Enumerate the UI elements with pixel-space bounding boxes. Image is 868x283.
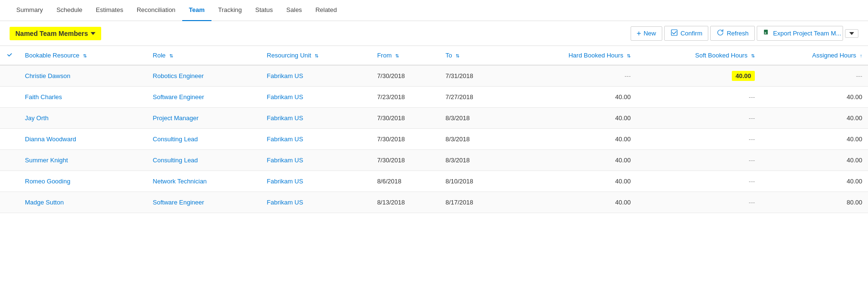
- role-link[interactable]: Consulting Lead: [153, 157, 198, 164]
- resource-link[interactable]: Madge Sutton: [25, 199, 64, 206]
- row-checkbox[interactable]: [0, 149, 19, 170]
- from-cell: 7/30/2018: [371, 128, 440, 149]
- nav-tab-sales[interactable]: Sales: [280, 0, 309, 21]
- row-checkbox[interactable]: [0, 65, 19, 86]
- soft-booked-cell: 40.00: [636, 65, 761, 86]
- role-link[interactable]: Robotics Engineer: [153, 72, 204, 79]
- resource-link[interactable]: Summer Knight: [25, 157, 68, 164]
- refresh-icon: [716, 29, 724, 38]
- hard-booked-cell: 40.00: [508, 149, 636, 170]
- table-row: Summer KnightConsulting LeadFabrikam US7…: [0, 149, 868, 170]
- assigned-hours-cell: 40.00: [761, 128, 868, 149]
- resourcing-unit-link[interactable]: Fabrikam US: [267, 199, 303, 206]
- col-to[interactable]: To ⇅: [440, 46, 508, 65]
- assigned-hours-cell: ---: [761, 65, 868, 86]
- table-row: Romeo GoodingNetwork TechnicianFabrikam …: [0, 170, 868, 192]
- sort-icon: ⇅: [169, 53, 173, 58]
- role-link[interactable]: Consulting Lead: [153, 136, 198, 143]
- resourcing-unit-link[interactable]: Fabrikam US: [267, 93, 303, 101]
- to-cell: 7/27/2018: [440, 86, 508, 107]
- row-checkbox[interactable]: [0, 170, 19, 192]
- named-team-members-button[interactable]: Named Team Members: [10, 27, 101, 40]
- resourcing-unit-link[interactable]: Fabrikam US: [267, 178, 303, 185]
- app-container: SummaryScheduleEstimatesReconciliationTe…: [0, 0, 868, 283]
- resource-link[interactable]: Jay Orth: [25, 114, 48, 122]
- sort-icon: ⇅: [315, 53, 318, 58]
- assigned-hours-cell: 40.00: [761, 86, 868, 107]
- sort-icon: ⇅: [751, 53, 755, 58]
- to-cell: 7/31/2018: [440, 65, 508, 86]
- nav-tab-team[interactable]: Team: [182, 0, 211, 21]
- sort-icon: ⇅: [395, 53, 399, 58]
- chevron-down-icon: [849, 32, 854, 35]
- section-actions: + New Confirm Re: [631, 26, 858, 41]
- hard-booked-cell: 40.00: [508, 107, 636, 128]
- col-hard-booked-hours[interactable]: Hard Booked Hours ⇅: [508, 46, 636, 65]
- row-checkbox[interactable]: [0, 192, 19, 213]
- to-cell: 8/3/2018: [440, 128, 508, 149]
- resourcing-unit-link[interactable]: Fabrikam US: [267, 72, 303, 79]
- resource-link[interactable]: Romeo Gooding: [25, 178, 70, 185]
- chevron-down-icon: [91, 32, 95, 35]
- nav-tab-estimates[interactable]: Estimates: [89, 0, 130, 21]
- to-cell: 8/17/2018: [440, 192, 508, 213]
- nav-tab-related[interactable]: Related: [309, 0, 344, 21]
- to-cell: 8/10/2018: [440, 170, 508, 192]
- resource-link[interactable]: Faith Charles: [25, 93, 62, 101]
- sort-icon: ⇅: [627, 53, 631, 58]
- soft-booked-cell: ---: [636, 86, 761, 107]
- resource-link[interactable]: Dianna Woodward: [25, 136, 76, 143]
- section-label: Named Team Members: [15, 30, 88, 37]
- table-container: Bookable Resource ⇅ Role ⇅ Resourcing Un…: [0, 46, 868, 218]
- table-row: Madge SuttonSoftware EngineerFabrikam US…: [0, 192, 868, 213]
- assigned-hours-cell: 40.00: [761, 149, 868, 170]
- nav-tab-summary[interactable]: Summary: [10, 0, 50, 21]
- nav-tab-tracking[interactable]: Tracking: [211, 0, 248, 21]
- nav-tab-status[interactable]: Status: [248, 0, 280, 21]
- col-from[interactable]: From ⇅: [371, 46, 440, 65]
- role-link[interactable]: Software Engineer: [153, 199, 204, 206]
- row-checkbox[interactable]: [0, 86, 19, 107]
- soft-booked-cell: ---: [636, 107, 761, 128]
- sort-icon: ⇅: [83, 53, 87, 58]
- row-checkbox[interactable]: [0, 128, 19, 149]
- top-nav: SummaryScheduleEstimatesReconciliationTe…: [0, 0, 868, 21]
- from-cell: 8/6/2018: [371, 170, 440, 192]
- hard-booked-cell: 40.00: [508, 86, 636, 107]
- col-resourcing-unit[interactable]: Resourcing Unit ⇅: [261, 46, 371, 65]
- refresh-button[interactable]: Refresh: [710, 26, 755, 41]
- resourcing-unit-link[interactable]: Fabrikam US: [267, 114, 303, 122]
- more-options-button[interactable]: [845, 29, 858, 38]
- soft-booked-cell: ---: [636, 192, 761, 213]
- soft-booked-cell: ---: [636, 128, 761, 149]
- table-row: Dianna WoodwardConsulting LeadFabrikam U…: [0, 128, 868, 149]
- resourcing-unit-link[interactable]: Fabrikam US: [267, 157, 303, 164]
- role-link[interactable]: Network Technician: [153, 178, 207, 185]
- table-row: Jay OrthProject ManagerFabrikam US7/30/2…: [0, 107, 868, 128]
- hard-booked-cell: 40.00: [508, 128, 636, 149]
- row-checkbox[interactable]: [0, 107, 19, 128]
- team-members-table: Bookable Resource ⇅ Role ⇅ Resourcing Un…: [0, 46, 868, 213]
- confirm-button[interactable]: Confirm: [664, 26, 709, 41]
- resourcing-unit-link[interactable]: Fabrikam US: [267, 136, 303, 143]
- select-all-checkbox[interactable]: [0, 46, 19, 65]
- from-cell: 7/30/2018: [371, 107, 440, 128]
- resource-link[interactable]: Christie Dawson: [25, 72, 70, 79]
- new-button[interactable]: + New: [631, 26, 662, 41]
- table-row: Christie DawsonRobotics EngineerFabrikam…: [0, 65, 868, 86]
- col-role[interactable]: Role ⇅: [147, 46, 261, 65]
- sort-icon: ↑: [860, 53, 862, 58]
- export-button[interactable]: X Export Project Team M...: [757, 26, 843, 41]
- col-soft-booked-hours[interactable]: Soft Booked Hours ⇅: [636, 46, 761, 65]
- role-link[interactable]: Project Manager: [153, 114, 199, 122]
- to-cell: 8/3/2018: [440, 107, 508, 128]
- soft-booked-cell: ---: [636, 149, 761, 170]
- from-cell: 7/23/2018: [371, 86, 440, 107]
- role-link[interactable]: Software Engineer: [153, 93, 204, 101]
- nav-tab-reconciliation[interactable]: Reconciliation: [130, 0, 182, 21]
- subheader: Named Team Members + New Confirm: [0, 21, 868, 46]
- from-cell: 7/30/2018: [371, 65, 440, 86]
- nav-tab-schedule[interactable]: Schedule: [50, 0, 89, 21]
- col-assigned-hours[interactable]: Assigned Hours ↑: [761, 46, 868, 65]
- col-bookable-resource[interactable]: Bookable Resource ⇅: [19, 46, 147, 65]
